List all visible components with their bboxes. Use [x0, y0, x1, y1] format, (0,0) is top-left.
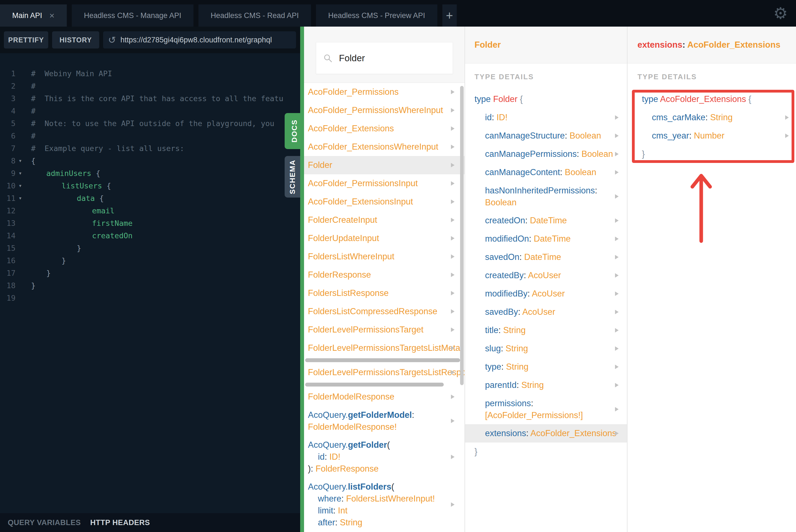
docs-list-item[interactable]: Folder	[304, 156, 465, 174]
editor-line: 2#	[0, 80, 300, 92]
tab-headless-cms-manage-api[interactable]: Headless CMS - Manage API	[72, 4, 193, 26]
docs-list-item[interactable]: FolderResponse	[304, 266, 465, 284]
horizontal-scrollbar[interactable]	[305, 358, 460, 362]
editor-line: 19	[0, 292, 300, 304]
type-details-label: TYPE DETAILS	[627, 63, 796, 90]
expand-icon	[615, 291, 619, 296]
reload-icon[interactable]: ↺	[108, 34, 116, 45]
schema-side-tab[interactable]: SCHEMA	[285, 156, 300, 197]
type-details-label: TYPE DETAILS	[465, 63, 627, 90]
type-field-row[interactable]: id: ID!	[465, 108, 627, 127]
type-field-row[interactable]: cms_carMake: String	[627, 108, 796, 127]
fold-caret-empty	[16, 67, 25, 80]
docs-list-item[interactable]: FolderLevelPermissionsTarget	[304, 321, 465, 339]
fold-caret-icon[interactable]: ▾	[16, 167, 25, 179]
docs-list-item[interactable]: FoldersListWhereInput	[304, 247, 465, 266]
type-field-row[interactable]: createdBy: AcoUser	[465, 266, 627, 285]
tab-headless-cms-read-api[interactable]: Headless CMS - Read API	[198, 4, 311, 26]
editor-line: 7# Example query - list all users:	[0, 142, 300, 155]
editor-line: 16}	[0, 254, 300, 267]
type-field-row[interactable]: type: String	[465, 358, 627, 376]
docs-list-item[interactable]: FoldersListCompressedResponse	[304, 302, 465, 321]
docs-list-item[interactable]: AcoFolder_PermissionsInput	[304, 174, 465, 193]
expand-icon	[451, 273, 455, 277]
docs-search-input[interactable]	[338, 53, 439, 64]
type-field-row[interactable]: modifiedOn: DateTime	[465, 230, 627, 248]
horizontal-scrollbar[interactable]	[305, 383, 444, 386]
type-field-row[interactable]: title: String	[465, 321, 627, 339]
type-field-row[interactable]: hasNonInheritedPermissions:Boolean	[465, 182, 627, 211]
endpoint-url-field[interactable]: ↺ https://d2785gi4qi6pw8.cloudfront.net/…	[103, 31, 296, 49]
tab-main-api[interactable]: Main API×	[0, 4, 67, 26]
vertical-scrollbar[interactable]	[460, 86, 464, 385]
fold-caret-empty	[16, 205, 25, 217]
docs-list-item[interactable]: FolderCreateInput	[304, 211, 465, 229]
docs-list-item[interactable]: FoldersListResponse	[304, 284, 465, 302]
expand-icon	[785, 134, 789, 138]
add-tab-button[interactable]: +	[442, 4, 457, 26]
type-field-row[interactable]: parentId: String	[465, 376, 627, 394]
editor-line: 10▾listUsers {	[0, 179, 300, 192]
line-number: 3	[0, 92, 16, 105]
type-field-row[interactable]: savedBy: AcoUser	[465, 303, 627, 321]
fold-caret-empty	[16, 80, 25, 92]
docs-list-item[interactable]: FolderUpdateInput	[304, 229, 465, 247]
pane-divider[interactable]	[300, 26, 304, 532]
type-field-row[interactable]: savedOn: DateTime	[465, 248, 627, 266]
expand-icon	[615, 346, 619, 351]
type-field-row[interactable]: createdOn: DateTime	[465, 211, 627, 230]
line-number: 12	[0, 205, 16, 217]
http-headers-tab[interactable]: HTTP HEADERS	[90, 518, 150, 527]
type-field-row[interactable]: canManagePermissions: Boolean	[465, 145, 627, 163]
type-field-row[interactable]: slug: String	[465, 339, 627, 358]
docs-list-item[interactable]: AcoFolder_ExtensionsInput	[304, 193, 465, 211]
query-editor[interactable]: 1# Webiny Main API2#3# This is the core …	[0, 53, 300, 513]
expand-icon	[451, 218, 455, 222]
docs-list-item[interactable]: FolderLevelPermissionsTargetsListRespo	[304, 363, 465, 382]
folder-type-panel: Folder TYPE DETAILS type Folder { id: ID…	[465, 26, 627, 532]
fold-caret-empty	[16, 142, 25, 155]
docs-list-item[interactable]: AcoFolder_Permissions	[304, 83, 465, 101]
fold-caret-empty	[16, 217, 25, 229]
line-number: 10	[0, 179, 16, 192]
prettify-button[interactable]: PRETTIFY	[4, 31, 48, 49]
close-tab-icon[interactable]: ×	[49, 11, 55, 20]
settings-gear-icon[interactable]: ⚙	[773, 2, 788, 25]
expand-icon	[615, 365, 619, 369]
editor-line: 15}	[0, 242, 300, 254]
docs-list-item[interactable]: AcoFolder_PermissionsWhereInput	[304, 101, 465, 119]
docs-list-item[interactable]: FolderLevelPermissionsTargetsListMeta	[304, 339, 465, 357]
expand-icon	[615, 194, 619, 199]
type-field-row[interactable]: extensions: AcoFolder_Extensions	[465, 424, 627, 442]
type-closing-brace: }	[465, 442, 627, 461]
fold-caret-icon[interactable]: ▾	[16, 155, 25, 167]
query-variables-tab[interactable]: QUERY VARIABLES	[8, 518, 81, 527]
editor-line: 12email	[0, 205, 300, 217]
expand-icon	[615, 383, 619, 387]
editor-line: 13firstName	[0, 217, 300, 229]
line-number: 19	[0, 292, 16, 304]
docs-search-section	[304, 26, 465, 83]
panel-divider	[627, 26, 627, 532]
docs-search-box[interactable]	[316, 42, 453, 74]
type-field-row[interactable]: canManageContent: Boolean	[465, 163, 627, 182]
type-field-row[interactable]: cms_year: Number	[627, 127, 796, 145]
docs-side-tab[interactable]: DOCS	[285, 113, 304, 149]
fold-caret-icon[interactable]: ▾	[16, 192, 25, 205]
fold-caret-icon[interactable]: ▾	[16, 179, 25, 192]
tab-headless-cms-preview-api[interactable]: Headless CMS - Preview API	[316, 4, 437, 26]
docs-list-item[interactable]: FolderModelResponse	[304, 388, 465, 406]
fold-caret-empty	[16, 254, 25, 267]
docs-list-item[interactable]: AcoFolder_Extensions	[304, 119, 465, 138]
type-field-row[interactable]: permissions:[AcoFolder_Permissions!]	[465, 394, 627, 424]
docs-list-item[interactable]: AcoQuery.listFolders(where: FoldersListW…	[304, 478, 465, 531]
docs-list-item[interactable]: AcoFolder_ExtensionsWhereInput	[304, 138, 465, 156]
type-field-row[interactable]: modifiedBy: AcoUser	[465, 285, 627, 303]
panel-title: Folder	[474, 40, 501, 50]
type-field-row[interactable]: canManageStructure: Boolean	[465, 127, 627, 145]
docs-list-item[interactable]: AcoQuery.getFolderModel:FolderModelRespo…	[304, 406, 465, 436]
fold-caret-empty	[16, 105, 25, 117]
docs-list-item[interactable]: AcoQuery.getFolder(id: ID!): FolderRespo…	[304, 436, 465, 478]
history-button[interactable]: HISTORY	[52, 31, 99, 49]
expand-icon	[451, 291, 455, 296]
